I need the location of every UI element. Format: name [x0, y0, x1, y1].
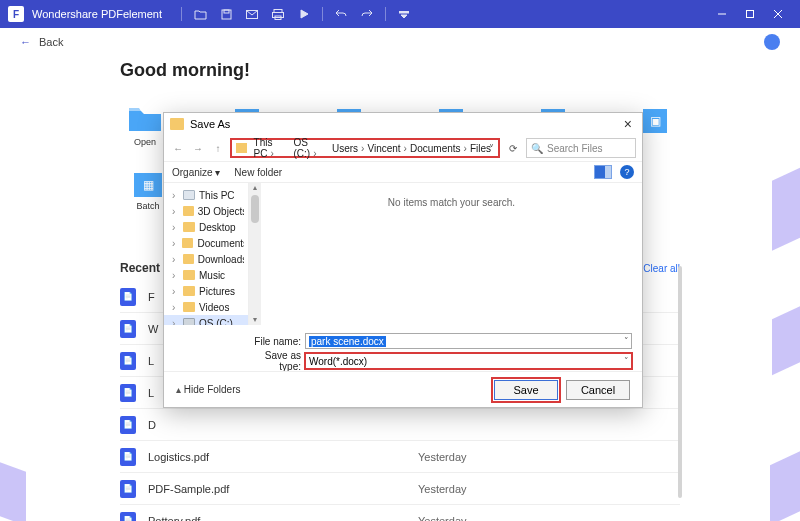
chevron-down-icon[interactable]: ˅ — [624, 336, 629, 346]
svg-rect-8 — [747, 11, 754, 18]
breadcrumb-segment[interactable]: Users — [332, 143, 364, 154]
chevron-down-icon[interactable]: ˅ — [489, 143, 494, 154]
separator — [322, 7, 323, 21]
tree-item[interactable]: ›Documents — [164, 235, 248, 251]
file-date: Yesterday — [418, 515, 467, 522]
help-icon[interactable]: ? — [620, 165, 634, 179]
separator — [385, 7, 386, 21]
window-maximize[interactable] — [736, 0, 764, 28]
new-folder-button[interactable]: New folder — [234, 167, 282, 178]
more-icon[interactable] — [396, 6, 412, 22]
tree-item-label: This PC — [199, 190, 235, 201]
chevron-down-icon[interactable]: ˅ — [624, 356, 629, 366]
pdf-icon: 📄 — [120, 320, 136, 338]
tree-item[interactable]: ›3D Objects — [164, 203, 248, 219]
expand-icon[interactable]: › — [172, 302, 179, 313]
tree-item-label: Pictures — [199, 286, 235, 297]
save-icon[interactable] — [218, 6, 234, 22]
undo-icon[interactable] — [333, 6, 349, 22]
nav-forward-icon[interactable]: → — [190, 140, 206, 156]
expand-icon[interactable]: › — [172, 222, 179, 233]
nav-back-icon[interactable]: ← — [170, 140, 186, 156]
cancel-button[interactable]: Cancel — [566, 380, 630, 400]
expand-icon[interactable]: › — [172, 206, 179, 217]
play-icon[interactable] — [296, 6, 312, 22]
file-name: PDF-Sample.pdf — [148, 483, 418, 495]
action-batch-label: Batch — [136, 201, 159, 211]
search-input[interactable]: 🔍 Search Files — [526, 138, 636, 158]
breadcrumb-segment[interactable]: OS (C:) — [294, 137, 329, 159]
file-row[interactable]: 📄D — [120, 409, 680, 441]
tree-item-icon — [183, 222, 195, 232]
app-logo: F — [8, 6, 24, 22]
tree-item-icon — [183, 302, 195, 312]
view-mode-button[interactable] — [594, 165, 612, 179]
type-value: Word(*.docx) — [309, 356, 367, 367]
dialog-titlebar: Save As × — [164, 113, 642, 135]
dialog-close-button[interactable]: × — [620, 116, 636, 132]
tree-item[interactable]: ›Desktop — [164, 219, 248, 235]
tree-item-label: OS (C:) — [199, 318, 233, 326]
refresh-icon[interactable]: ⟳ — [504, 139, 522, 157]
hide-folders-toggle[interactable]: Hide Folders — [176, 384, 240, 395]
user-avatar[interactable] — [764, 34, 780, 50]
dialog-nav: ← → ↑ This PCOS (C:)UsersVincentDocument… — [164, 135, 642, 161]
breadcrumb-segment[interactable]: Vincent — [367, 143, 407, 154]
file-date: Yesterday — [418, 451, 467, 463]
mail-icon[interactable] — [244, 6, 260, 22]
window-minimize[interactable] — [708, 0, 736, 28]
svg-rect-0 — [222, 10, 231, 19]
file-row[interactable]: 📄PDF-Sample.pdfYesterday — [120, 473, 680, 505]
clear-all-link[interactable]: Clear all — [643, 263, 680, 274]
search-icon: 🔍 — [531, 143, 543, 154]
folder-icon — [236, 143, 247, 153]
tree-item-label: 3D Objects — [198, 206, 244, 217]
expand-icon[interactable]: › — [172, 254, 179, 265]
breadcrumb[interactable]: This PCOS (C:)UsersVincentDocumentsFiles… — [230, 138, 500, 158]
type-select[interactable]: Word(*.docx) ˅ — [305, 353, 632, 369]
tree-item-label: Music — [199, 270, 225, 281]
print-icon[interactable] — [270, 6, 286, 22]
tree-item[interactable]: ›This PC — [164, 187, 248, 203]
tree-item[interactable]: ›Downloads — [164, 251, 248, 267]
tree-item[interactable]: ›OS (C:) — [164, 315, 248, 325]
expand-icon[interactable]: › — [172, 270, 179, 281]
breadcrumb-segment[interactable]: This PC — [254, 137, 291, 159]
pdf-icon: 📄 — [120, 512, 136, 522]
pdf-icon: 📄 — [120, 448, 136, 466]
expand-icon[interactable]: › — [172, 238, 178, 249]
pdf-icon: 📄 — [120, 416, 136, 434]
tree-item-label: Videos — [199, 302, 229, 313]
save-button[interactable]: Save — [494, 380, 558, 400]
filename-input[interactable]: park scene.docx ˅ — [305, 333, 632, 349]
expand-icon[interactable]: › — [172, 190, 179, 201]
organize-menu[interactable]: Organize ▾ — [172, 167, 220, 178]
type-label: Save as type: — [246, 350, 301, 372]
tree-item[interactable]: ›Videos — [164, 299, 248, 315]
breadcrumb-segment[interactable]: Documents — [410, 143, 467, 154]
file-row[interactable]: 📄Pottery.pdfYesterday — [120, 505, 680, 521]
search-placeholder: Search Files — [547, 143, 603, 154]
open-icon[interactable] — [192, 6, 208, 22]
app-titlebar: F Wondershare PDFelement — [0, 0, 800, 28]
tree-item[interactable]: ›Pictures — [164, 283, 248, 299]
tree-scrollbar[interactable]: ▴▾ — [249, 183, 261, 325]
expand-icon[interactable]: › — [172, 318, 179, 326]
dialog-title: Save As — [190, 118, 230, 130]
svg-rect-1 — [224, 10, 229, 13]
window-close[interactable] — [764, 0, 792, 28]
back-arrow-icon[interactable]: ← — [20, 36, 31, 48]
back-label[interactable]: Back — [39, 36, 63, 48]
tree-item-label: Desktop — [199, 222, 236, 233]
expand-icon[interactable]: › — [172, 286, 179, 297]
tree-item[interactable]: ›Music — [164, 267, 248, 283]
nav-up-icon[interactable]: ↑ — [210, 140, 226, 156]
tree-item-icon — [183, 318, 195, 325]
file-row[interactable]: 📄Logistics.pdfYesterday — [120, 441, 680, 473]
scrollbar[interactable] — [678, 266, 682, 498]
tree-item-icon — [183, 286, 195, 296]
tree-item-icon — [183, 270, 195, 280]
pdf-icon: 📄 — [120, 384, 136, 402]
redo-icon[interactable] — [359, 6, 375, 22]
file-name: D — [148, 419, 418, 431]
